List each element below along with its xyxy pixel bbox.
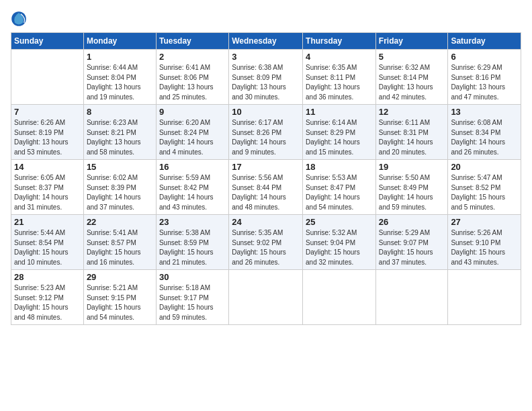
day-cell bbox=[229, 270, 303, 325]
day-number: 28 bbox=[14, 272, 81, 282]
day-info: Sunrise: 5:44 AM Sunset: 8:54 PM Dayligh… bbox=[14, 228, 81, 267]
day-number: 14 bbox=[14, 162, 81, 172]
day-info: Sunrise: 5:53 AM Sunset: 8:47 PM Dayligh… bbox=[306, 173, 373, 212]
week-row-4: 21Sunrise: 5:44 AM Sunset: 8:54 PM Dayli… bbox=[11, 215, 521, 270]
day-cell: 10Sunrise: 6:17 AM Sunset: 8:26 PM Dayli… bbox=[229, 105, 303, 160]
day-cell: 30Sunrise: 5:18 AM Sunset: 9:17 PM Dayli… bbox=[156, 270, 228, 325]
day-info: Sunrise: 5:38 AM Sunset: 8:59 PM Dayligh… bbox=[159, 228, 226, 267]
day-number: 8 bbox=[87, 107, 153, 117]
day-header-friday: Friday bbox=[375, 33, 448, 50]
day-cell: 24Sunrise: 5:35 AM Sunset: 9:02 PM Dayli… bbox=[229, 215, 303, 270]
day-cell: 25Sunrise: 5:32 AM Sunset: 9:04 PM Dayli… bbox=[303, 215, 376, 270]
day-cell: 11Sunrise: 6:14 AM Sunset: 8:29 PM Dayli… bbox=[303, 105, 376, 160]
day-cell: 20Sunrise: 5:47 AM Sunset: 8:52 PM Dayli… bbox=[448, 160, 521, 215]
day-cell: 6Sunrise: 6:29 AM Sunset: 8:16 PM Daylig… bbox=[448, 50, 521, 105]
day-info: Sunrise: 5:56 AM Sunset: 8:44 PM Dayligh… bbox=[232, 173, 300, 212]
day-info: Sunrise: 6:23 AM Sunset: 8:21 PM Dayligh… bbox=[87, 118, 153, 157]
day-number: 16 bbox=[159, 162, 226, 172]
week-row-2: 7Sunrise: 6:26 AM Sunset: 8:19 PM Daylig… bbox=[11, 105, 521, 160]
day-cell: 13Sunrise: 6:08 AM Sunset: 8:34 PM Dayli… bbox=[448, 105, 521, 160]
day-info: Sunrise: 5:29 AM Sunset: 9:07 PM Dayligh… bbox=[379, 228, 445, 267]
day-cell: 7Sunrise: 6:26 AM Sunset: 8:19 PM Daylig… bbox=[11, 105, 84, 160]
day-info: Sunrise: 5:47 AM Sunset: 8:52 PM Dayligh… bbox=[451, 173, 518, 212]
day-cell: 15Sunrise: 6:02 AM Sunset: 8:39 PM Dayli… bbox=[83, 160, 156, 215]
day-cell bbox=[448, 270, 521, 325]
day-cell: 1Sunrise: 6:44 AM Sunset: 8:04 PM Daylig… bbox=[83, 50, 156, 105]
day-cell: 18Sunrise: 5:53 AM Sunset: 8:47 PM Dayli… bbox=[303, 160, 376, 215]
day-number: 18 bbox=[306, 162, 373, 172]
day-number: 27 bbox=[451, 217, 518, 227]
logo-icon bbox=[11, 11, 27, 27]
days-header-row: SundayMondayTuesdayWednesdayThursdayFrid… bbox=[11, 33, 521, 50]
day-number: 7 bbox=[14, 107, 81, 117]
day-number: 11 bbox=[306, 107, 373, 117]
day-number: 12 bbox=[379, 107, 445, 117]
day-number: 25 bbox=[306, 217, 373, 227]
day-info: Sunrise: 6:26 AM Sunset: 8:19 PM Dayligh… bbox=[14, 118, 81, 157]
day-header-sunday: Sunday bbox=[11, 33, 84, 50]
day-number: 26 bbox=[379, 217, 445, 227]
day-cell: 5Sunrise: 6:32 AM Sunset: 8:14 PM Daylig… bbox=[375, 50, 448, 105]
day-cell: 29Sunrise: 5:21 AM Sunset: 9:15 PM Dayli… bbox=[83, 270, 156, 325]
day-info: Sunrise: 6:35 AM Sunset: 8:11 PM Dayligh… bbox=[306, 63, 373, 102]
day-info: Sunrise: 6:29 AM Sunset: 8:16 PM Dayligh… bbox=[451, 63, 518, 102]
day-cell: 17Sunrise: 5:56 AM Sunset: 8:44 PM Dayli… bbox=[229, 160, 303, 215]
day-number: 23 bbox=[159, 217, 226, 227]
day-info: Sunrise: 6:41 AM Sunset: 8:06 PM Dayligh… bbox=[159, 63, 226, 102]
day-number: 1 bbox=[87, 52, 153, 62]
day-info: Sunrise: 5:18 AM Sunset: 9:17 PM Dayligh… bbox=[159, 283, 226, 322]
day-info: Sunrise: 5:23 AM Sunset: 9:12 PM Dayligh… bbox=[14, 283, 81, 322]
day-info: Sunrise: 5:59 AM Sunset: 8:42 PM Dayligh… bbox=[159, 173, 226, 212]
day-info: Sunrise: 6:11 AM Sunset: 8:31 PM Dayligh… bbox=[379, 118, 445, 157]
day-number: 13 bbox=[451, 107, 518, 117]
logo bbox=[11, 11, 28, 27]
header bbox=[11, 11, 521, 27]
day-info: Sunrise: 6:08 AM Sunset: 8:34 PM Dayligh… bbox=[451, 118, 518, 157]
day-number: 17 bbox=[232, 162, 300, 172]
day-number: 2 bbox=[159, 52, 226, 62]
day-number: 24 bbox=[232, 217, 300, 227]
day-number: 22 bbox=[87, 217, 153, 227]
day-number: 29 bbox=[87, 272, 153, 282]
day-cell: 26Sunrise: 5:29 AM Sunset: 9:07 PM Dayli… bbox=[375, 215, 448, 270]
day-cell: 3Sunrise: 6:38 AM Sunset: 8:09 PM Daylig… bbox=[229, 50, 303, 105]
day-number: 21 bbox=[14, 217, 81, 227]
day-header-tuesday: Tuesday bbox=[156, 33, 228, 50]
day-info: Sunrise: 6:20 AM Sunset: 8:24 PM Dayligh… bbox=[159, 118, 226, 157]
day-cell: 19Sunrise: 5:50 AM Sunset: 8:49 PM Dayli… bbox=[375, 160, 448, 215]
day-info: Sunrise: 6:14 AM Sunset: 8:29 PM Dayligh… bbox=[306, 118, 373, 157]
day-number: 15 bbox=[87, 162, 153, 172]
day-info: Sunrise: 5:35 AM Sunset: 9:02 PM Dayligh… bbox=[232, 228, 300, 267]
day-cell: 23Sunrise: 5:38 AM Sunset: 8:59 PM Dayli… bbox=[156, 215, 228, 270]
day-number: 3 bbox=[232, 52, 300, 62]
day-cell: 21Sunrise: 5:44 AM Sunset: 8:54 PM Dayli… bbox=[11, 215, 84, 270]
week-row-5: 28Sunrise: 5:23 AM Sunset: 9:12 PM Dayli… bbox=[11, 270, 521, 325]
day-number: 5 bbox=[379, 52, 445, 62]
day-cell: 22Sunrise: 5:41 AM Sunset: 8:57 PM Dayli… bbox=[83, 215, 156, 270]
day-number: 19 bbox=[379, 162, 445, 172]
day-cell bbox=[11, 50, 84, 105]
day-number: 9 bbox=[159, 107, 226, 117]
day-cell: 14Sunrise: 6:05 AM Sunset: 8:37 PM Dayli… bbox=[11, 160, 84, 215]
day-number: 10 bbox=[232, 107, 300, 117]
day-info: Sunrise: 5:41 AM Sunset: 8:57 PM Dayligh… bbox=[87, 228, 153, 267]
day-info: Sunrise: 5:26 AM Sunset: 9:10 PM Dayligh… bbox=[451, 228, 518, 267]
day-cell: 16Sunrise: 5:59 AM Sunset: 8:42 PM Dayli… bbox=[156, 160, 228, 215]
day-cell: 4Sunrise: 6:35 AM Sunset: 8:11 PM Daylig… bbox=[303, 50, 376, 105]
day-number: 4 bbox=[306, 52, 373, 62]
day-cell: 2Sunrise: 6:41 AM Sunset: 8:06 PM Daylig… bbox=[156, 50, 228, 105]
day-cell: 12Sunrise: 6:11 AM Sunset: 8:31 PM Dayli… bbox=[375, 105, 448, 160]
day-header-saturday: Saturday bbox=[448, 33, 521, 50]
day-info: Sunrise: 6:05 AM Sunset: 8:37 PM Dayligh… bbox=[14, 173, 81, 212]
week-row-3: 14Sunrise: 6:05 AM Sunset: 8:37 PM Dayli… bbox=[11, 160, 521, 215]
day-number: 30 bbox=[159, 272, 226, 282]
day-info: Sunrise: 6:44 AM Sunset: 8:04 PM Dayligh… bbox=[87, 63, 153, 102]
day-number: 6 bbox=[451, 52, 518, 62]
day-header-monday: Monday bbox=[83, 33, 156, 50]
day-cell: 28Sunrise: 5:23 AM Sunset: 9:12 PM Dayli… bbox=[11, 270, 84, 325]
day-cell bbox=[303, 270, 376, 325]
week-row-1: 1Sunrise: 6:44 AM Sunset: 8:04 PM Daylig… bbox=[11, 50, 521, 105]
day-cell bbox=[375, 270, 448, 325]
day-cell: 9Sunrise: 6:20 AM Sunset: 8:24 PM Daylig… bbox=[156, 105, 228, 160]
day-info: Sunrise: 5:21 AM Sunset: 9:15 PM Dayligh… bbox=[87, 283, 153, 322]
